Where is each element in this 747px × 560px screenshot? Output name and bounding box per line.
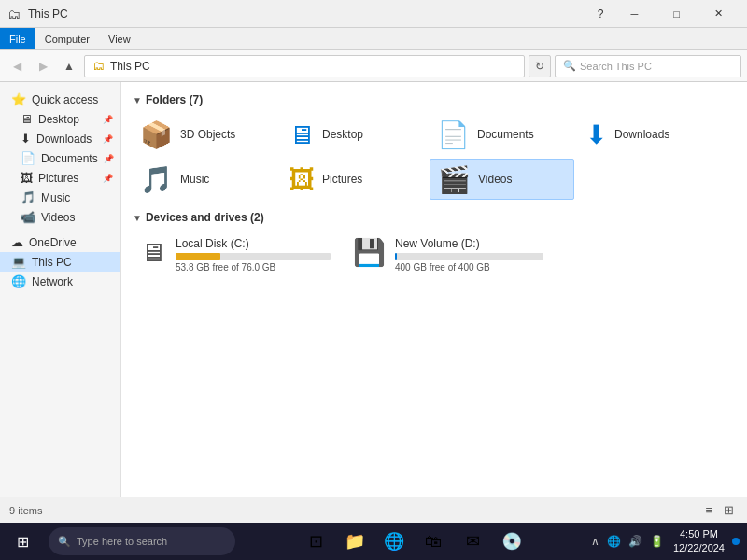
folder-item-pictures[interactable]: 🖼 Pictures <box>281 159 426 200</box>
drive-free-c: 53.8 GB free of 76.0 GB <box>176 262 331 273</box>
folders-section-label: Folders (7) <box>146 93 203 106</box>
back-button[interactable]: ◀ <box>6 55 28 77</box>
minimize-button[interactable]: ─ <box>613 0 655 28</box>
start-button[interactable]: ⊞ <box>0 523 45 560</box>
view-details-button[interactable]: ≡ <box>701 501 716 519</box>
content-area: ▼ Folders (7) 📦 3D Objects 🖥 Desktop 📄 D… <box>121 82 747 497</box>
view-large-icons-button[interactable]: ⊞ <box>720 501 738 519</box>
folder-item-music[interactable]: 🎵 Music <box>133 159 277 200</box>
sidebar-item-quick-access[interactable]: ⭐ Quick access <box>0 90 120 109</box>
pin-icon2: 📌 <box>103 134 113 144</box>
tab-view[interactable]: View <box>99 28 140 49</box>
drives-toggle[interactable]: ▼ <box>133 213 142 223</box>
drive-item-d[interactable]: 💾 New Volume (D:) 400 GB free of 400 GB <box>345 231 551 278</box>
sidebar-pictures-label: Pictures <box>38 172 78 185</box>
taskbar-app-mail[interactable]: ✉ <box>454 523 491 560</box>
folder-name-documents: Documents <box>477 128 534 141</box>
tray-volume-icon[interactable]: 🔊 <box>627 533 644 550</box>
maximize-button[interactable]: □ <box>655 0 698 28</box>
search-box[interactable]: 🔍 Search This PC <box>555 55 741 77</box>
pin-icon4: 📌 <box>103 174 113 183</box>
sidebar-music-label: Music <box>41 191 70 204</box>
notification-badge[interactable] <box>732 538 740 545</box>
onedrive-icon: ☁ <box>11 235 23 249</box>
folder-item-desktop[interactable]: 🖥 Desktop <box>281 114 426 155</box>
sidebar-item-network[interactable]: 🌐 Network <box>0 272 120 291</box>
pin-icon: 📌 <box>103 115 113 124</box>
taskbar-app-explorer[interactable]: 📁 <box>336 523 374 560</box>
folder-name-3d: 3D Objects <box>180 128 235 141</box>
explorer-icon: 📁 <box>345 531 365 552</box>
taskbar: ⊞ 🔍 Type here to search ⊡ 📁 🌐 🛍 ✉ 💿 ∧ 🌐 … <box>0 523 747 560</box>
help-button[interactable]: ? <box>587 0 613 28</box>
videos-icon: 📹 <box>21 210 35 224</box>
sidebar-documents-label: Documents <box>41 152 98 165</box>
drive-info-d: New Volume (D:) 400 GB free of 400 GB <box>395 237 543 273</box>
folders-grid: 📦 3D Objects 🖥 Desktop 📄 Documents ⬇ Dow… <box>133 114 736 200</box>
drive-bar-fill-c <box>176 253 220 260</box>
star-icon: ⭐ <box>11 92 26 106</box>
drives-grid: 🖥 Local Disk (C:) 53.8 GB free of 76.0 G… <box>133 231 736 278</box>
tab-file[interactable]: File <box>0 28 35 49</box>
title-bar-title: This PC <box>28 7 68 21</box>
address-bar: ◀ ▶ ▲ 🗂 This PC ↻ 🔍 Search This PC <box>0 50 747 82</box>
taskview-icon: ⊡ <box>309 531 323 552</box>
folder-icon-downloads: ⬇ <box>585 119 607 150</box>
drives-section-header: ▼ Devices and drives (2) <box>133 211 736 224</box>
drive-item-c[interactable]: 🖥 Local Disk (C:) 53.8 GB free of 76.0 G… <box>133 231 338 278</box>
folders-toggle[interactable]: ▼ <box>133 95 142 105</box>
tray-battery-icon[interactable]: 🔋 <box>648 533 666 550</box>
folder-icon-music: 🎵 <box>140 164 173 195</box>
sidebar-item-documents[interactable]: 📄 Documents 📌 <box>0 148 120 168</box>
taskbar-app-edge[interactable]: 🌐 <box>375 523 413 560</box>
taskbar-app-store[interactable]: 🛍 <box>415 523 452 560</box>
folder-item-3d-objects[interactable]: 📦 3D Objects <box>133 114 277 155</box>
drives-section-label: Devices and drives (2) <box>146 211 264 224</box>
drive-icon-d: 💾 <box>353 237 386 268</box>
drive-name-c: Local Disk (C:) <box>176 237 331 250</box>
search-placeholder: Search This PC <box>580 61 652 72</box>
sidebar-item-music[interactable]: 🎵 Music <box>0 188 120 207</box>
sidebar: ⭐ Quick access 🖥 Desktop 📌 ⬇ Downloads 📌… <box>0 82 121 497</box>
ribbon: File Computer View <box>0 28 747 50</box>
folder-item-downloads[interactable]: ⬇ Downloads <box>578 114 723 155</box>
address-path[interactable]: 🗂 This PC <box>84 55 525 77</box>
folder-icon-3d: 📦 <box>140 119 173 150</box>
sidebar-onedrive-label: OneDrive <box>29 236 77 249</box>
drive-bar-fill-d <box>395 253 397 260</box>
taskbar-search[interactable]: 🔍 Type here to search <box>49 527 235 555</box>
sidebar-item-videos[interactable]: 📹 Videos <box>0 207 120 227</box>
drive-icon-c: 🖥 <box>140 237 166 268</box>
edge-icon: 🌐 <box>384 531 404 552</box>
main-area: ⭐ Quick access 🖥 Desktop 📌 ⬇ Downloads 📌… <box>0 82 747 497</box>
refresh-button[interactable]: ↻ <box>529 55 551 77</box>
music-icon: 🎵 <box>21 190 35 204</box>
taskbar-app-taskview[interactable]: ⊡ <box>297 523 334 560</box>
sidebar-item-pictures[interactable]: 🖼 Pictures 📌 <box>0 168 120 188</box>
folder-item-documents[interactable]: 📄 Documents <box>430 114 574 155</box>
this-pc-icon: 💻 <box>11 255 26 269</box>
taskbar-clock[interactable]: 4:50 PM 12/22/2024 <box>669 527 728 556</box>
folder-item-videos[interactable]: 🎬 Videos <box>430 159 574 200</box>
downloads-icon: ⬇ <box>21 132 31 146</box>
folder-icon-desktop: 🖥 <box>289 119 315 150</box>
tray-up-icon[interactable]: ∧ <box>589 533 601 550</box>
mail-icon: ✉ <box>466 531 480 552</box>
folder-name-pictures: Pictures <box>322 173 362 186</box>
desktop-icon: 🖥 <box>21 112 33 126</box>
taskbar-app-media[interactable]: 💿 <box>493 523 530 560</box>
up-button[interactable]: ▲ <box>58 55 80 77</box>
title-bar: 🗂 This PC ? ─ □ ✕ <box>0 0 747 28</box>
close-button[interactable]: ✕ <box>698 0 740 28</box>
tray-network-icon[interactable]: 🌐 <box>605 533 623 550</box>
media-icon: 💿 <box>501 531 522 552</box>
clock-date: 12/22/2024 <box>673 541 725 555</box>
pictures-icon: 🖼 <box>21 171 33 185</box>
sidebar-item-onedrive[interactable]: ☁ OneDrive <box>0 232 120 252</box>
sidebar-item-downloads[interactable]: ⬇ Downloads 📌 <box>0 129 120 148</box>
tab-computer[interactable]: Computer <box>35 28 99 49</box>
network-icon: 🌐 <box>11 274 26 288</box>
sidebar-item-thispc[interactable]: 💻 This PC <box>0 252 120 272</box>
sidebar-item-desktop[interactable]: 🖥 Desktop 📌 <box>0 109 120 129</box>
forward-button[interactable]: ▶ <box>32 55 54 77</box>
